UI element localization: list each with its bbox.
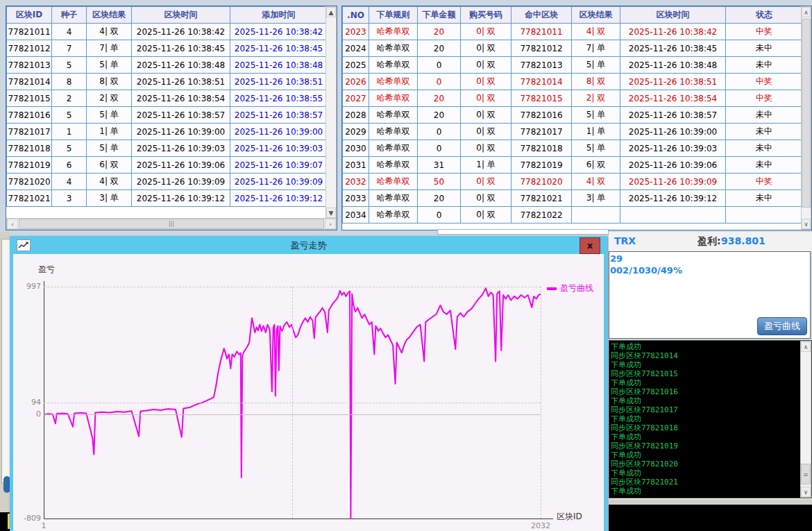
left-table-horizontal-scrollbar[interactable]: ‹ ||| › xyxy=(6,218,337,230)
column-header[interactable]: 种子 xyxy=(52,7,87,24)
cell-amount: 20 xyxy=(418,40,461,57)
column-header[interactable]: 命中区块 xyxy=(511,7,572,24)
column-header[interactable]: 状态 xyxy=(726,7,803,24)
scroll-up-button[interactable]: ∧ xyxy=(802,7,811,17)
legend-series-name: 盈亏曲线 xyxy=(560,283,593,294)
terminal-scrollbar[interactable]: ∧ ≡ ∨ xyxy=(800,341,811,498)
cell-result: 1| 单 xyxy=(87,124,132,140)
cell-block_time: 2025-11-26 10:39:12 xyxy=(132,190,230,207)
profit-curve-button[interactable]: 盈亏曲线 xyxy=(757,317,807,335)
cell-hit_block: 77821016 xyxy=(511,107,572,124)
log-line: 同步区块77821017 xyxy=(611,405,799,414)
table-row[interactable]: 7782101966| 双2025-11-26 10:39:062025-11-… xyxy=(7,157,328,174)
scroll-down-icon: ▼ xyxy=(329,210,334,217)
scroll-right-button[interactable]: › xyxy=(325,219,336,229)
cell-hit_block: 77821011 xyxy=(511,24,572,40)
cell-status xyxy=(726,207,803,224)
column-header[interactable]: 区块ID xyxy=(7,7,52,24)
table-row[interactable]: 2032哈希单双500| 双778210204| 双2025-11-26 10:… xyxy=(343,174,803,190)
cell-hit_block: 77821012 xyxy=(511,40,572,57)
cell-rule: 哈希单双 xyxy=(369,207,418,224)
scroll-down-button[interactable]: ▼ xyxy=(326,208,336,218)
column-header[interactable]: 区块时间 xyxy=(132,7,230,24)
stats-line-1: 29 xyxy=(610,253,810,264)
cell-amount: 0 xyxy=(418,124,461,140)
cell-no: 2024 xyxy=(343,40,369,57)
table-row[interactable]: 2031哈希单双311| 单778210196| 双2025-11-26 10:… xyxy=(343,157,803,174)
table-row[interactable]: 7782102044| 双2025-11-26 10:39:092025-11-… xyxy=(7,174,328,190)
column-header[interactable]: 区块结果 xyxy=(87,7,132,24)
table-row[interactable]: 7782101355| 单2025-11-26 10:38:482025-11-… xyxy=(7,57,328,74)
cell-result: 5| 单 xyxy=(87,57,132,74)
y-tick-0: 0 xyxy=(13,410,41,419)
column-header[interactable]: 区块结果 xyxy=(572,7,620,24)
table-row[interactable]: 7782101855| 单2025-11-26 10:39:032025-11-… xyxy=(7,140,328,157)
table-row[interactable]: 2024哈希单双200| 双778210127| 单2025-11-26 10:… xyxy=(343,40,803,57)
vertical-scroll-thumb[interactable] xyxy=(802,19,811,208)
scroll-left-button[interactable]: ‹ xyxy=(7,219,18,229)
scroll-down-button[interactable]: ∨ xyxy=(802,219,811,229)
cell-add_time: 2025-11-26 10:39:00 xyxy=(230,124,328,140)
cell-rule: 哈希单双 xyxy=(369,174,418,190)
cell-block_time: 2025-11-26 10:38:48 xyxy=(132,57,230,74)
column-header[interactable]: 下单金额 xyxy=(418,7,461,24)
cell-add_time: 2025-11-26 10:38:48 xyxy=(230,57,328,74)
close-button[interactable]: x xyxy=(580,237,600,254)
column-header[interactable]: 购买号码 xyxy=(461,7,511,24)
left-table-vertical-scrollbar[interactable]: ▲ ▼ xyxy=(325,6,337,219)
log-line: 下单成功 xyxy=(611,396,799,405)
scroll-up-icon: ▲ xyxy=(329,9,334,16)
cell-hit_block: 77821019 xyxy=(511,157,572,174)
cell-number: 0| 双 xyxy=(461,57,511,74)
cell-number: 0| 双 xyxy=(461,24,511,40)
table-row[interactable]: 2029哈希单双00| 双778210171| 单2025-11-26 10:3… xyxy=(343,124,803,140)
table-row[interactable]: 7782101522| 双2025-11-26 10:38:542025-11-… xyxy=(7,90,328,107)
terminal-scroll-thumb[interactable]: ≡ xyxy=(801,464,811,484)
cell-seed: 2 xyxy=(52,90,87,107)
cell-block_time xyxy=(620,207,726,224)
cell-hit_block: 77821017 xyxy=(511,124,572,140)
cell-result: 4| 双 xyxy=(87,24,132,40)
cell-result: 8| 双 xyxy=(87,74,132,90)
horizontal-scroll-thumb[interactable]: ||| xyxy=(19,219,324,229)
cell-no: 2028 xyxy=(343,107,369,124)
cell-add_time: 2025-11-26 10:39:03 xyxy=(230,140,328,157)
table-row[interactable]: 7782101144| 双2025-11-26 10:38:422025-11-… xyxy=(7,24,328,40)
table-row[interactable]: 7782101488| 双2025-11-26 10:38:512025-11-… xyxy=(7,74,328,90)
scroll-down-button[interactable]: ∨ xyxy=(801,487,811,497)
cell-number: 0| 双 xyxy=(461,90,511,107)
table-row[interactable]: 7782101711| 单2025-11-26 10:39:002025-11-… xyxy=(7,124,328,140)
table-row[interactable]: 2023哈希单双200| 双778210114| 双2025-11-26 10:… xyxy=(343,24,803,40)
table-row[interactable]: 2027哈希单双200| 双778210152| 双2025-11-26 10:… xyxy=(343,90,803,107)
table-row[interactable]: 7782101277| 单2025-11-26 10:38:452025-11-… xyxy=(7,40,328,57)
cell-amount: 20 xyxy=(418,190,461,207)
scroll-up-button[interactable]: ▲ xyxy=(326,7,336,17)
column-header[interactable]: 添加时间 xyxy=(230,7,328,24)
table-row[interactable]: 2033哈希单双200| 双778210213| 单2025-11-26 10:… xyxy=(343,190,803,207)
cell-add_time: 2025-11-26 10:38:51 xyxy=(230,74,328,90)
column-header[interactable]: 下单规则 xyxy=(369,7,418,24)
cell-amount: 31 xyxy=(418,157,461,174)
column-header[interactable]: 区块时间 xyxy=(620,7,726,24)
cell-seed: 4 xyxy=(52,24,87,40)
log-terminal[interactable]: 下单成功同步区块77821014下单成功同步区块77821015下单成功同步区块… xyxy=(609,340,812,498)
cell-number: 0| 双 xyxy=(461,174,511,190)
scroll-up-button[interactable]: ∧ xyxy=(801,342,811,352)
window-titlebar[interactable]: 盈亏走势 x xyxy=(10,236,607,254)
table-row[interactable]: 7782102133| 单2025-11-26 10:39:122025-11-… xyxy=(7,190,328,207)
cell-block_time: 2025-11-26 10:39:03 xyxy=(620,140,726,157)
cell-id: 77821016 xyxy=(7,107,52,124)
table-row[interactable]: 2030哈希单双00| 双778210185| 单2025-11-26 10:3… xyxy=(343,140,803,157)
table-row[interactable]: 2026哈希单双00| 双778210148| 双2025-11-26 10:3… xyxy=(343,74,803,90)
cell-id: 77821020 xyxy=(7,174,52,190)
table-row[interactable]: 7782101655| 单2025-11-26 10:38:572025-11-… xyxy=(7,107,328,124)
cell-result: 5| 单 xyxy=(87,140,132,157)
table-row[interactable]: 2028哈希单双200| 双778210165| 单2025-11-26 10:… xyxy=(343,107,803,124)
cell-number: 0| 双 xyxy=(461,40,511,57)
order-table-vertical-scrollbar[interactable]: ∧ ∨ xyxy=(801,6,811,230)
table-row[interactable]: 2034哈希单双00| 双77821022 xyxy=(343,207,803,224)
cell-hit_block: 77821018 xyxy=(511,140,572,157)
log-line: 下单成功 xyxy=(611,469,799,478)
table-row[interactable]: 2025哈希单双00| 双778210135| 单2025-11-26 10:3… xyxy=(343,57,803,74)
column-header[interactable]: .NO xyxy=(343,7,369,24)
